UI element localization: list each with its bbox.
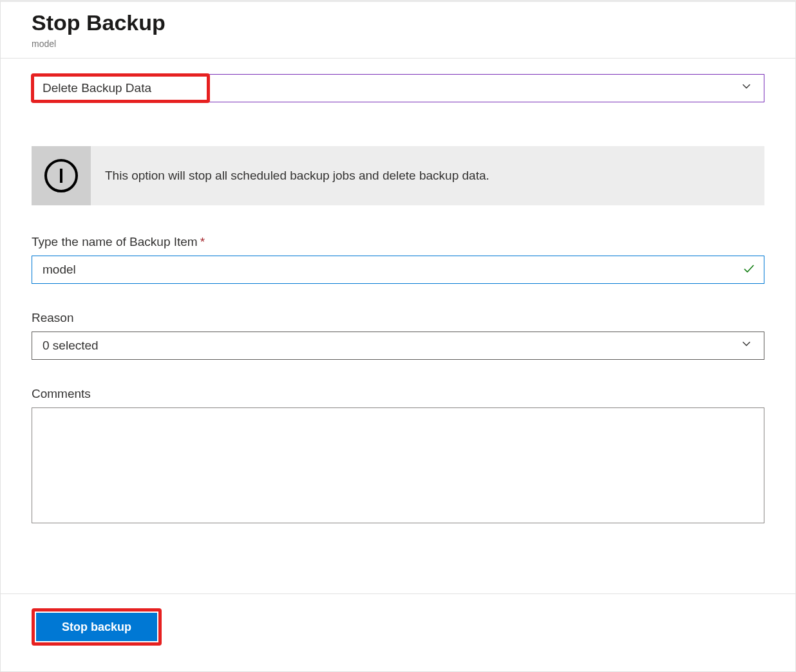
checkmark-icon	[743, 262, 755, 277]
reason-dropdown[interactable]: 0 selected	[32, 331, 764, 360]
panel-footer: Stop backup	[1, 593, 795, 671]
field-reason: Reason 0 selected	[32, 311, 764, 360]
comments-textarea[interactable]	[32, 407, 764, 523]
backup-action-dropdown[interactable]: Delete Backup Data	[32, 74, 764, 102]
page-title: Stop Backup	[32, 10, 764, 36]
field-backup-item-name: Type the name of Backup Item*	[32, 235, 764, 284]
field-label-backup-item-name: Type the name of Backup Item*	[32, 235, 764, 249]
stop-backup-panel: Stop Backup model Delete Backup Data Thi…	[0, 0, 796, 672]
backup-item-name-input[interactable]	[32, 256, 764, 284]
chevron-down-icon	[739, 79, 753, 97]
highlight-annotation: Stop backup	[32, 608, 162, 646]
panel-content: Delete Backup Data This option will stop…	[1, 59, 795, 568]
field-label-reason: Reason	[32, 311, 764, 325]
chevron-down-icon	[739, 337, 753, 354]
backup-action-selected: Delete Backup Data	[43, 81, 151, 95]
panel-header: Stop Backup model	[1, 2, 795, 58]
info-banner-text: This option will stop all scheduled back…	[91, 146, 504, 205]
required-asterisk-icon: *	[200, 235, 205, 248]
reason-selected: 0 selected	[43, 339, 99, 353]
page-subtitle: model	[32, 39, 764, 49]
field-comments: Comments	[32, 387, 764, 525]
info-banner: This option will stop all scheduled back…	[32, 146, 764, 205]
stop-backup-button[interactable]: Stop backup	[36, 613, 157, 641]
field-label-comments: Comments	[32, 387, 764, 401]
info-icon	[32, 146, 91, 205]
svg-rect-1	[60, 169, 62, 183]
